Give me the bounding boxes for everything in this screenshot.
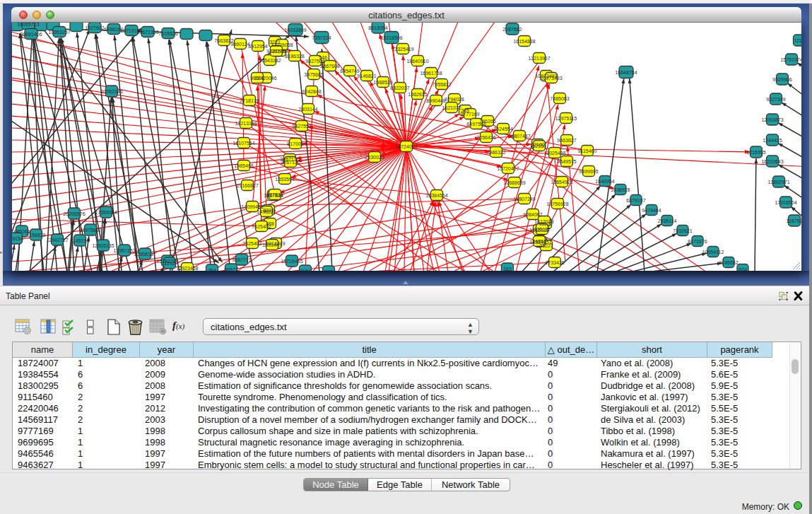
svg-text:9329966: 9329966 bbox=[772, 77, 792, 82]
svg-text:1612078: 1612078 bbox=[534, 219, 553, 224]
svg-text:264: 264 bbox=[208, 268, 216, 271]
svg-text:1353594: 1353594 bbox=[275, 177, 294, 182]
svg-text:13692971: 13692971 bbox=[767, 180, 789, 185]
svg-text:25227: 25227 bbox=[539, 243, 553, 248]
svg-text:9084067: 9084067 bbox=[523, 212, 542, 217]
svg-text:1965498: 1965498 bbox=[234, 163, 253, 168]
svg-text:6879197: 6879197 bbox=[626, 198, 645, 203]
svg-text:2056436: 2056436 bbox=[476, 135, 495, 140]
svg-text:19384554: 19384554 bbox=[425, 193, 447, 198]
svg-text:2718176: 2718176 bbox=[240, 98, 259, 103]
svg-text:20691406: 20691406 bbox=[20, 32, 42, 37]
svg-text:15716485: 15716485 bbox=[281, 259, 302, 264]
svg-text:9794028: 9794028 bbox=[445, 97, 464, 102]
svg-text:8454749: 8454749 bbox=[340, 69, 359, 74]
svg-text:10973493: 10973493 bbox=[540, 76, 562, 81]
svg-text:7515526: 7515526 bbox=[158, 31, 177, 36]
svg-text:10688639: 10688639 bbox=[503, 180, 525, 185]
svg-text:7625402: 7625402 bbox=[252, 224, 271, 229]
svg-text:1621072: 1621072 bbox=[442, 105, 461, 110]
svg-text:1156829: 1156829 bbox=[27, 233, 46, 238]
svg-text:3624554: 3624554 bbox=[493, 127, 512, 132]
svg-text:183: 183 bbox=[503, 267, 512, 271]
svg-text:12093873: 12093873 bbox=[761, 117, 783, 122]
svg-text:7485063: 7485063 bbox=[550, 96, 569, 101]
svg-text:8322037: 8322037 bbox=[390, 86, 409, 90]
svg-text:9242848: 9242848 bbox=[302, 89, 321, 94]
svg-text:415132: 415132 bbox=[534, 227, 550, 232]
svg-text:15218506: 15218506 bbox=[380, 35, 402, 40]
svg-text:1292: 1292 bbox=[164, 261, 175, 266]
svg-text:1588520: 1588520 bbox=[373, 80, 392, 85]
svg-text:12213389: 12213389 bbox=[235, 121, 257, 126]
svg-text:17016504: 17016504 bbox=[775, 200, 796, 205]
svg-text:9860124: 9860124 bbox=[230, 42, 249, 47]
svg-text:7625402: 7625402 bbox=[242, 241, 261, 246]
svg-text:1117: 1117 bbox=[794, 38, 801, 43]
svg-text:18807249: 18807249 bbox=[513, 197, 535, 201]
svg-text:17359924: 17359924 bbox=[95, 210, 117, 215]
svg-text:20053346: 20053346 bbox=[100, 89, 122, 94]
svg-text:9327508: 9327508 bbox=[305, 59, 324, 64]
svg-text:9474444: 9474444 bbox=[642, 208, 661, 213]
svg-text:20206576: 20206576 bbox=[63, 211, 85, 216]
svg-text:2087682: 2087682 bbox=[502, 27, 522, 32]
svg-text:24851: 24851 bbox=[532, 239, 546, 244]
svg-text:19654923: 19654923 bbox=[551, 180, 572, 185]
svg-text:962: 962 bbox=[324, 269, 333, 271]
svg-text:16543382: 16543382 bbox=[259, 58, 281, 63]
svg-text:15751074: 15751074 bbox=[780, 57, 801, 62]
svg-text:10807487: 10807487 bbox=[508, 134, 530, 139]
svg-text:1691447: 1691447 bbox=[262, 243, 281, 247]
svg-text:8186328: 8186328 bbox=[285, 54, 304, 59]
svg-text:2867608: 2867608 bbox=[320, 64, 339, 69]
svg-text:13325419: 13325419 bbox=[392, 47, 413, 52]
svg-text:7955812: 7955812 bbox=[432, 82, 451, 87]
svg-text:19756928: 19756928 bbox=[546, 201, 568, 206]
svg-text:62160: 62160 bbox=[532, 144, 546, 148]
svg-text:9649575: 9649575 bbox=[557, 159, 576, 164]
svg-text:9463627: 9463627 bbox=[557, 138, 576, 143]
svg-text:19055713: 19055713 bbox=[17, 23, 39, 27]
svg-text:1362615: 1362615 bbox=[408, 92, 427, 97]
svg-text:1640954: 1640954 bbox=[595, 179, 614, 184]
svg-text:1733426: 1733426 bbox=[545, 260, 564, 265]
svg-text:16154838: 16154838 bbox=[513, 39, 535, 44]
svg-text:10958187: 10958187 bbox=[134, 252, 155, 257]
svg-text:12975115: 12975115 bbox=[555, 116, 577, 121]
svg-text:8471676: 8471676 bbox=[688, 239, 707, 244]
svg-text:10654112: 10654112 bbox=[702, 250, 724, 255]
svg-text:39154: 39154 bbox=[12, 236, 23, 241]
svg-text:1527602: 1527602 bbox=[85, 25, 104, 30]
svg-text:18640910: 18640910 bbox=[406, 59, 428, 64]
svg-text:817006: 817006 bbox=[287, 141, 303, 146]
svg-text:9227349: 9227349 bbox=[766, 97, 785, 102]
svg-text:16033809: 16033809 bbox=[284, 28, 306, 33]
svg-text:7986322: 7986322 bbox=[486, 150, 505, 155]
svg-text:2803144: 2803144 bbox=[298, 107, 317, 112]
svg-text:6497568: 6497568 bbox=[466, 122, 486, 127]
svg-text:1244415: 1244415 bbox=[763, 138, 782, 143]
svg-text:5938928: 5938928 bbox=[611, 187, 630, 192]
svg-text:824: 824 bbox=[739, 267, 747, 271]
svg-text:9146821: 9146821 bbox=[357, 74, 376, 78]
svg-text:8990448: 8990448 bbox=[426, 98, 445, 103]
svg-text:10653257: 10653257 bbox=[48, 30, 70, 35]
svg-text:12923468: 12923468 bbox=[176, 266, 198, 271]
svg-text:887833: 887833 bbox=[266, 192, 283, 197]
svg-text:16107554: 16107554 bbox=[233, 141, 254, 146]
svg-text:9327506: 9327506 bbox=[266, 49, 286, 54]
svg-text:98901: 98901 bbox=[250, 76, 264, 81]
svg-text:2935114: 2935114 bbox=[658, 218, 677, 223]
svg-text:3267130: 3267130 bbox=[281, 160, 300, 165]
svg-text:8912954: 8912954 bbox=[248, 44, 267, 49]
svg-text:12942717: 12942717 bbox=[46, 238, 68, 243]
svg-text:14099488: 14099488 bbox=[241, 204, 263, 209]
svg-text:12505135: 12505135 bbox=[92, 243, 114, 248]
svg-text:17957253: 17957253 bbox=[113, 248, 135, 253]
svg-text:8215955: 8215955 bbox=[746, 150, 765, 155]
svg-text:10975867: 10975867 bbox=[79, 228, 101, 233]
svg-text:9427552: 9427552 bbox=[292, 124, 311, 129]
svg-text:9777169: 9777169 bbox=[460, 112, 479, 117]
svg-text:7357224: 7357224 bbox=[312, 35, 331, 40]
